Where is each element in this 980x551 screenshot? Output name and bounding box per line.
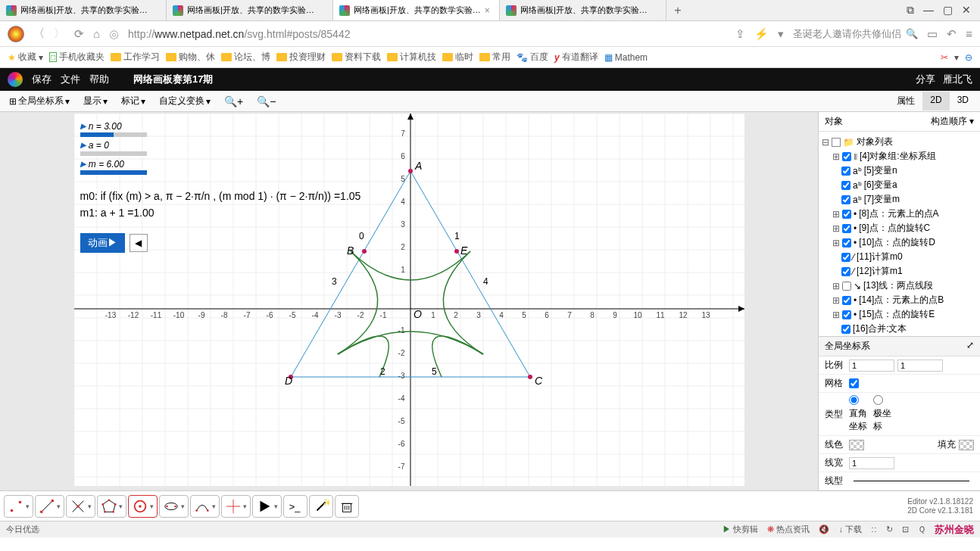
- download-status[interactable]: ↓ 下载: [838, 524, 862, 535]
- close-window-icon[interactable]: ✕: [962, 4, 971, 17]
- coord-dropdown[interactable]: ⊞ 全局坐标系▾: [4, 92, 75, 110]
- tool-polygon[interactable]: ▾: [97, 495, 126, 518]
- share-link[interactable]: 分享: [916, 73, 935, 86]
- bookmark-forum[interactable]: 论坛、博: [221, 51, 270, 64]
- reader-icon[interactable]: ▭: [927, 27, 938, 41]
- tree-item-6[interactable]: aᵇ[6]变量a: [822, 178, 977, 192]
- bookmark-download[interactable]: 资料下载: [332, 51, 381, 64]
- tab-close-icon[interactable]: ×: [485, 5, 490, 16]
- visibility-checkbox[interactable]: [841, 167, 850, 176]
- tree-item-7[interactable]: aᵇ[7]变量m: [822, 192, 977, 207]
- chevron-down-icon[interactable]: ▾: [274, 503, 278, 510]
- canvas[interactable]: ABECDO 012345 -13-12-11-10-9-8-7-6-5-4-3…: [74, 114, 744, 486]
- linewidth-input[interactable]: [849, 457, 894, 469]
- sys-icon-4[interactable]: Ｑ: [918, 524, 925, 535]
- visibility-checkbox[interactable]: [842, 296, 851, 305]
- bookmark-mathem[interactable]: ▦Mathem: [604, 52, 648, 63]
- tree-item-4[interactable]: ⊞⫴[4]对象组:坐标系组: [822, 149, 977, 163]
- mute-icon[interactable]: 🔇: [819, 525, 829, 534]
- var-a[interactable]: ▶ a = 0: [80, 140, 147, 156]
- tool-circle[interactable]: ▾: [128, 495, 158, 518]
- tree-item-12[interactable]: ⁄[12]计算m1: [822, 264, 977, 279]
- panel-icon[interactable]: ⧉: [907, 4, 914, 17]
- tool-terminal[interactable]: >_: [283, 495, 307, 518]
- tool-point[interactable]: ▾: [4, 495, 33, 518]
- scale-x-input[interactable]: [849, 360, 894, 372]
- play-icon[interactable]: ▶: [80, 122, 86, 130]
- tree-item-8[interactable]: ⊞•[8]点：元素上的点A: [822, 207, 977, 221]
- undo-icon[interactable]: ↶: [947, 27, 957, 41]
- tree-item-10[interactable]: ⊞•[10]点：点的旋转D: [822, 235, 977, 250]
- bookmark-fav[interactable]: ★收藏▾: [8, 51, 43, 64]
- hot-news[interactable]: ❋ 热点资讯: [767, 524, 810, 535]
- fill-swatch[interactable]: [959, 440, 974, 450]
- slider-a[interactable]: [80, 151, 147, 156]
- tool-play[interactable]: ▾: [252, 495, 282, 518]
- menu-help[interactable]: 帮助: [89, 73, 109, 86]
- chevron-down-icon[interactable]: ▾: [119, 503, 123, 510]
- visibility-checkbox[interactable]: [841, 181, 850, 190]
- slider-n[interactable]: [80, 132, 147, 137]
- zoom-in-icon[interactable]: 🔍+: [219, 93, 248, 110]
- bookmark-invest[interactable]: 投资理财: [276, 51, 326, 64]
- order-dropdown[interactable]: 构造顺序 ▾: [931, 115, 974, 128]
- play-icon[interactable]: ▶: [80, 160, 86, 168]
- tree-item-15[interactable]: ⊞•[15]点：点的旋转E: [822, 307, 977, 322]
- transform-dropdown[interactable]: 自定义变换▾: [154, 92, 216, 110]
- tree-item-11[interactable]: ⁄[11]计算m0: [822, 250, 977, 264]
- grid-checkbox[interactable]: [849, 378, 859, 388]
- visibility-checkbox[interactable]: [842, 310, 851, 319]
- visibility-checkbox[interactable]: [841, 267, 850, 276]
- visibility-checkbox[interactable]: [842, 224, 851, 233]
- polar-radio[interactable]: 极坐标: [873, 395, 894, 433]
- nav-forward-icon[interactable]: 〉: [54, 26, 65, 41]
- tree-item-9[interactable]: ⊞•[9]点：点的旋转C: [822, 221, 977, 235]
- scale-y-input[interactable]: [897, 360, 943, 372]
- quick-cut[interactable]: ▶ 快剪辑: [723, 524, 758, 535]
- visibility-checkbox[interactable]: [841, 195, 850, 204]
- bookmark-computer[interactable]: 计算机技: [387, 51, 436, 64]
- chevron-down-icon[interactable]: ▾: [778, 27, 784, 41]
- sys-icon-3[interactable]: ⊡: [902, 525, 909, 534]
- tool-intersect[interactable]: ▾: [66, 495, 95, 518]
- menu-save[interactable]: 保存: [32, 73, 51, 86]
- user-name[interactable]: 雁北飞: [943, 73, 972, 86]
- nav-back-icon[interactable]: 〈: [33, 26, 45, 41]
- object-tree[interactable]: ⊟📁对象列表 ⊞⫴[4]对象组:坐标系组 aᵇ[5]变量n aᵇ[6]变量a a…: [819, 132, 980, 336]
- linecolor-swatch[interactable]: [849, 440, 864, 450]
- play-icon[interactable]: ▶: [80, 141, 86, 149]
- mark-dropdown[interactable]: 标记▾: [116, 92, 151, 110]
- chevron-down-icon[interactable]: ▾: [57, 503, 61, 510]
- var-n[interactable]: ▶ n = 3.00: [80, 121, 147, 137]
- url-text[interactable]: http://www.netpad.net.cn/svg.html#posts/…: [128, 28, 350, 40]
- tab-2d[interactable]: 2D: [922, 92, 949, 111]
- slider-m[interactable]: [80, 170, 147, 175]
- tab-properties[interactable]: 属性: [889, 92, 922, 111]
- browser-tab-2[interactable]: 网络画板|开放、共享的数学实验…: [167, 0, 333, 20]
- sys-icon-1[interactable]: ꞉꞉: [871, 525, 877, 534]
- chevron-down-icon[interactable]: ▾: [181, 503, 185, 510]
- visibility-checkbox[interactable]: [842, 210, 851, 219]
- bookmark-temp[interactable]: 临时: [442, 51, 473, 64]
- chevron-down-icon[interactable]: ▾: [212, 503, 216, 510]
- today-featured[interactable]: 今日优选: [6, 524, 39, 535]
- profile-avatar-icon[interactable]: [8, 26, 24, 42]
- tree-item-16[interactable]: [16]合并:文本: [822, 322, 977, 336]
- var-m[interactable]: ▶ m = 6.00: [80, 159, 147, 175]
- browser-tab-1[interactable]: 网络画板|开放、共享的数学实验…: [0, 0, 167, 20]
- chevron-down-icon[interactable]: ▾: [954, 52, 959, 63]
- prev-button[interactable]: ◀: [130, 234, 148, 252]
- bookmark-baidu[interactable]: 🐾百度: [517, 51, 548, 64]
- linestyle-preview[interactable]: [854, 481, 969, 481]
- visibility-checkbox[interactable]: [842, 238, 851, 247]
- visibility-checkbox[interactable]: [841, 253, 850, 262]
- show-dropdown[interactable]: 显示▾: [78, 92, 113, 110]
- tool-coord[interactable]: ▾: [221, 495, 251, 518]
- bookmark-shop[interactable]: 购物、休: [166, 51, 215, 64]
- chevron-down-icon[interactable]: ▾: [26, 503, 30, 510]
- bookmark-work[interactable]: 工作学习: [111, 51, 160, 64]
- extension-icon[interactable]: ⊖: [965, 52, 972, 63]
- visibility-checkbox[interactable]: [842, 282, 851, 291]
- ortho-radio[interactable]: 直角坐标: [849, 395, 870, 433]
- tree-root[interactable]: ⊟📁对象列表: [822, 135, 977, 149]
